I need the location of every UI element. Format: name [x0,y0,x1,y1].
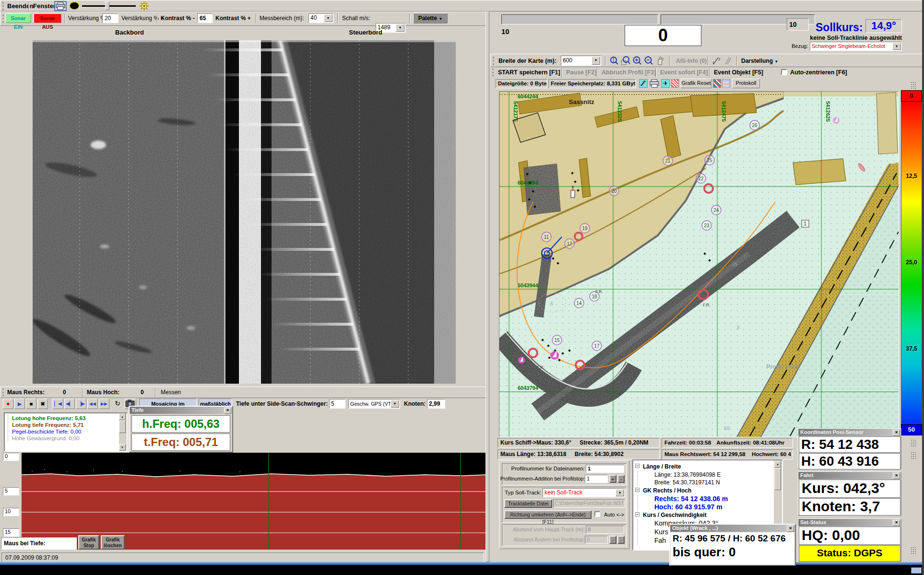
grafik-stop-button[interactable]: GrafikStop [78,535,99,550]
close-icon[interactable]: ✕ [224,408,231,414]
menubar-drag-handle[interactable] [2,2,4,11]
scroll-down-icon[interactable]: ▼ [119,444,126,451]
darstellung-menu[interactable]: Darstellung ▼ [741,58,778,64]
pattern-button-1[interactable] [713,79,721,88]
sonar-toolbar-handle[interactable] [2,14,4,23]
chevron-down-icon[interactable]: ▼ [616,489,624,496]
sidescan-sonar-image[interactable] [33,40,456,384]
brightness-button[interactable] [140,1,149,11]
sat-status-titlebar[interactable]: Sat-Status✕ [798,519,901,526]
red-hatch-button[interactable] [671,79,679,88]
zoom-window-button[interactable] [609,56,619,66]
cancel-button[interactable]: ✖ [37,399,48,409]
geschw-select[interactable]: Geschw. GPS (VTG)▼ [348,399,400,409]
xte-range-input[interactable]: 10 [787,18,809,31]
tree-leaf[interactable]: Länge: 13:38,76994098 E [638,471,772,478]
refresh-button[interactable]: ↻ [112,399,123,409]
abbruch-profil-button[interactable]: Abbruch Profil [F3] [602,69,656,76]
addition-plus-button[interactable]: + [609,475,616,483]
sonar-ein-button[interactable]: Sonar EIN [5,13,31,23]
scroll-up-icon[interactable]: ▲ [774,461,781,468]
tree-node[interactable]: −Kurs / Geschwindigkeit [635,512,772,518]
panel-divider[interactable] [486,12,489,562]
step-forward-button[interactable]: ▕▶ [76,399,86,409]
tree-leaf[interactable]: Rechts: 54 12 438.06 m [638,495,772,503]
list-item[interactable]: Lotung tiefe Frequenz: 5,71 [8,422,127,428]
list-item[interactable]: Lotung hohe Frequenz: 5,63 [8,415,127,421]
kontrast-minus-button[interactable]: Kontrast % - [161,15,195,22]
tiefe-schwinger-input[interactable]: 5 [329,399,345,409]
profilnummer-input[interactable]: 1 [586,465,624,473]
addition-minus-button[interactable]: - [617,475,625,483]
draw-tool-button[interactable] [639,79,648,88]
richtung-umkehren-button[interactable]: Richtung umkehren (Anf<->Ende) [F11] [504,510,592,519]
close-icon[interactable]: ✕ [893,473,900,479]
measure-line-button[interactable] [723,56,734,66]
grafik-reset-button[interactable]: Grafik Reset [681,79,711,88]
chevron-down-icon[interactable]: ▼ [396,24,404,32]
nautical-chart-map[interactable]: 6044244 6044094 6043944 6043794 5412175 … [499,91,899,437]
print-map-button[interactable] [650,79,659,88]
close-icon[interactable]: ✕ [893,430,900,436]
messen-label[interactable]: Messen [161,389,181,396]
objekt-popup-titlebar[interactable]: Objekt (Wrack , ...)✕ [670,525,795,532]
grafik-loeschen-button[interactable]: Grafiklöschen [101,535,125,550]
knoten-input[interactable]: 2,99 [427,399,445,409]
resize-grip[interactable] [911,82,916,89]
typ-solltrack-select[interactable]: kein Soll-Track▼ [543,488,625,497]
pause-button[interactable]: Pause [F2] [566,69,596,76]
close-icon[interactable]: ✕ [787,526,794,532]
skip-start-button[interactable]: ▏◀ [53,399,63,409]
koordinaten-titlebar[interactable]: Koordinaten Posi-Sensor✕ [798,429,901,436]
zoom-area-button[interactable] [620,56,631,66]
list-item[interactable]: Höhe Gewässergrund: 0,00 [8,435,127,441]
tree-leaf[interactable]: Hoch: 60 43 915.97 m [638,503,772,511]
contrast-icon[interactable] [70,2,79,10]
auto-richtung-checkbox[interactable] [594,511,600,517]
menu-beenden[interactable]: Beenden [7,2,34,10]
scroll-up-icon[interactable]: ▲ [119,413,126,420]
record-button[interactable]: ● [3,399,13,409]
protokoll-button[interactable]: Protokoll [732,79,760,88]
resize-grip[interactable] [911,439,916,447]
print-button[interactable] [54,1,67,11]
kontrast-plus-button[interactable]: Kontrast % + [215,15,251,22]
taskbar-tray-icon[interactable] [911,567,922,574]
auto-zentrieren-checkbox[interactable] [781,69,787,75]
kontrast-input[interactable]: 65 [197,13,213,23]
sonar-aus-button[interactable]: Sonar AUS [34,13,61,23]
tracktabelle-button[interactable]: Tracktabelle Datei [504,499,552,508]
abstand-plus-button[interactable]: + [609,536,616,544]
breite-karte-select[interactable]: 600▼ [561,56,601,66]
fast-forward-button[interactable]: ▶▶ [99,399,109,409]
ais-info-button[interactable]: AIS-Info (0) [676,58,707,64]
profilnummer-addition-input[interactable]: 1 [585,475,608,483]
scrollbar-thumb[interactable] [774,468,781,490]
pattern-button-2[interactable] [722,79,730,88]
tree-node[interactable]: −Länge / Breite [635,463,772,470]
tree-node[interactable]: −GK Rechts / Hoch [635,487,772,494]
zoom-out-button[interactable] [643,56,654,66]
event-sofort-button[interactable]: Event sofort [F4] [660,69,708,76]
chevron-down-icon[interactable]: ▼ [391,400,399,408]
record-toolbar-handle[interactable] [492,69,494,76]
map-toolbar-handle[interactable] [493,57,494,65]
list-item[interactable]: Pegel-beschickte Tiefe: 0,00 [8,429,127,434]
chevron-down-icon[interactable]: ▼ [324,14,332,22]
step-back-button[interactable]: ◀▏ [64,399,75,409]
stop-button[interactable]: ■ [26,399,36,409]
scrollbar-thumb[interactable] [119,421,126,433]
resize-grip[interactable] [911,452,916,459]
collapse-icon[interactable]: − [635,512,640,516]
play-button[interactable]: ▶ [14,399,25,409]
abstand-aendern-input[interactable]: 0 [585,536,608,544]
measure-angle-button[interactable]: 2 [711,56,722,66]
pan-button[interactable] [655,56,665,66]
goto-ship-button[interactable]: ✈ [661,79,670,88]
fahrt-titlebar[interactable]: Fahrt✕ [798,472,901,479]
collapse-icon[interactable]: − [635,464,640,468]
chevron-down-icon[interactable]: ▼ [592,57,600,65]
brightness-slider[interactable] [82,1,136,10]
start-speichern-button[interactable]: START speichern [F1] [498,69,560,76]
lotung-scrollbar[interactable]: ▲ ▼ [119,413,127,451]
